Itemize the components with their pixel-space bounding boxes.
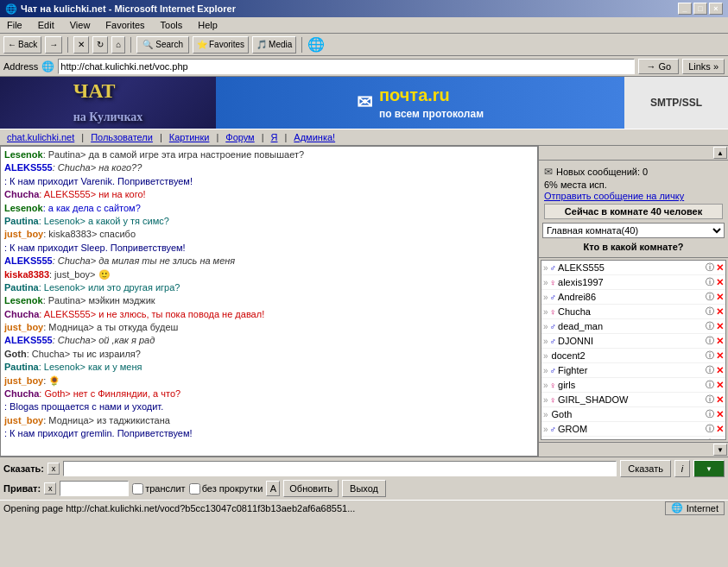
user-name[interactable]: Jigan bbox=[552, 438, 706, 440]
nav-pictures[interactable]: Картинки bbox=[169, 132, 210, 142]
user-gender-icon: ♂ bbox=[550, 425, 557, 434]
say-x-button[interactable]: x bbox=[47, 463, 60, 475]
user-row: » ♂ Fighter ⓘ ✕ bbox=[541, 363, 725, 378]
user-remove-button[interactable]: ✕ bbox=[716, 262, 724, 274]
chat-username: Lesenok bbox=[4, 203, 43, 213]
italic-button[interactable]: i bbox=[674, 460, 690, 477]
user-name[interactable]: dead_man bbox=[558, 321, 706, 331]
say-button[interactable]: Сказать bbox=[620, 460, 671, 477]
home-button[interactable]: ⌂ bbox=[111, 36, 125, 54]
user-name[interactable]: ALEKS555 bbox=[558, 262, 706, 273]
nav-forum[interactable]: Форум bbox=[225, 132, 254, 142]
no-scroll-checkbox[interactable] bbox=[189, 483, 200, 495]
chat-username: kiska8383 bbox=[4, 269, 49, 280]
user-name[interactable]: DJONNI bbox=[558, 336, 706, 346]
menu-help[interactable]: Help bbox=[194, 19, 221, 31]
chat-message: Goth: Chucha> ты ис израиля? bbox=[4, 348, 534, 361]
chat-input[interactable] bbox=[63, 461, 617, 476]
maximize-button[interactable]: □ bbox=[693, 3, 707, 15]
status-text: Opening page http://chat.kulichki.net/vo… bbox=[3, 503, 665, 513]
search-button[interactable]: 🔍 Search bbox=[136, 36, 189, 54]
exit-button[interactable]: Выход bbox=[342, 480, 386, 497]
user-info-button[interactable]: ⓘ bbox=[706, 364, 714, 376]
chat-message: Chucha: ALEKS555> ни на кого! bbox=[4, 188, 534, 201]
user-remove-button[interactable]: ✕ bbox=[716, 321, 724, 332]
minimize-button[interactable]: _ bbox=[678, 3, 692, 15]
user-info-button[interactable]: ⓘ bbox=[706, 423, 714, 435]
translit-checkbox[interactable] bbox=[132, 483, 143, 495]
user-remove-button[interactable]: ✕ bbox=[716, 350, 724, 362]
user-info-button[interactable]: ⓘ bbox=[706, 291, 714, 303]
user-info-button[interactable]: ⓘ bbox=[706, 335, 714, 347]
sidebar-scroll-down[interactable]: ▼ bbox=[713, 444, 727, 456]
user-remove-button[interactable]: ✕ bbox=[716, 365, 724, 376]
chat-username: Goth bbox=[4, 349, 27, 359]
user-remove-button[interactable]: ✕ bbox=[716, 306, 724, 318]
user-info-button[interactable]: ⓘ bbox=[706, 438, 714, 440]
refresh-chat-button[interactable]: Обновить bbox=[283, 480, 339, 497]
user-name[interactable]: girls bbox=[558, 380, 706, 390]
user-info-button[interactable]: ⓘ bbox=[706, 408, 714, 420]
user-remove-button[interactable]: ✕ bbox=[716, 424, 724, 435]
close-button[interactable]: × bbox=[709, 3, 723, 15]
user-info-button[interactable]: ⓘ bbox=[706, 394, 714, 406]
menu-tools[interactable]: Tools bbox=[157, 19, 187, 31]
user-remove-button[interactable]: ✕ bbox=[716, 438, 724, 441]
chat-area[interactable]: Lesenok: Pautina> да в самой игре эта иг… bbox=[0, 146, 538, 457]
chat-message: kiska8383: just_boy> 🙂 bbox=[4, 268, 534, 281]
user-name[interactable]: Chucha bbox=[558, 306, 706, 317]
user-info-button[interactable]: ⓘ bbox=[706, 379, 714, 391]
user-name[interactable]: docent2 bbox=[552, 350, 706, 361]
chat-text: : Lesenok> а какой у тя симс? bbox=[39, 216, 169, 226]
menu-edit[interactable]: Edit bbox=[35, 19, 58, 31]
user-name[interactable]: alexis1997 bbox=[558, 277, 706, 287]
search-icon: 🔍 bbox=[142, 40, 153, 49]
chat-message: Pautina: Lesenok> а какой у тя симс? bbox=[4, 215, 534, 228]
user-info-button[interactable]: ⓘ bbox=[706, 350, 714, 362]
address-input[interactable] bbox=[58, 59, 635, 74]
privat-x-button[interactable]: x bbox=[44, 482, 56, 495]
user-name[interactable]: GIRL_SHADOW bbox=[558, 394, 706, 405]
banner-area: ЧАТна Куличках ✉ почта.ruпо всем протоко… bbox=[0, 77, 728, 129]
user-remove-button[interactable]: ✕ bbox=[716, 336, 724, 347]
menu-view[interactable]: View bbox=[66, 19, 94, 31]
user-name[interactable]: Fighter bbox=[558, 365, 706, 375]
user-name[interactable]: Andrei86 bbox=[558, 292, 706, 302]
user-info-button[interactable]: ⓘ bbox=[706, 276, 714, 288]
user-info-button[interactable]: ⓘ bbox=[706, 261, 714, 274]
room-select[interactable]: Главная комната(40) bbox=[542, 223, 725, 238]
forward-button[interactable]: → bbox=[45, 36, 62, 54]
user-info-button[interactable]: ⓘ bbox=[706, 320, 714, 332]
nav-users[interactable]: Пользователи bbox=[91, 132, 153, 142]
user-name[interactable]: Goth bbox=[552, 409, 706, 419]
nav-site[interactable]: chat.kulichki.net bbox=[7, 132, 74, 142]
a-button[interactable]: А bbox=[266, 481, 280, 496]
privat-input[interactable] bbox=[60, 481, 129, 496]
chat-text: : К нам приходит gremlin. Поприветствуем… bbox=[4, 428, 193, 438]
nav-admin[interactable]: Админка! bbox=[294, 132, 335, 142]
banner-mail[interactable]: ✉ почта.ruпо всем протоколам bbox=[216, 77, 624, 129]
globe-status-icon: 🌐 bbox=[671, 502, 683, 513]
links-button[interactable]: Links » bbox=[682, 59, 725, 74]
go-button[interactable]: → Go bbox=[638, 59, 679, 74]
refresh-button[interactable]: ↻ bbox=[92, 36, 108, 54]
color-picker-button[interactable]: ▼ bbox=[693, 460, 725, 477]
user-remove-button[interactable]: ✕ bbox=[716, 394, 724, 406]
nav-i[interactable]: Я bbox=[271, 132, 278, 142]
user-remove-button[interactable]: ✕ bbox=[716, 292, 724, 303]
stop-button[interactable]: ✕ bbox=[73, 36, 89, 54]
media-button[interactable]: 🎵 Media bbox=[252, 36, 296, 54]
user-info-button[interactable]: ⓘ bbox=[706, 306, 714, 318]
menu-file[interactable]: File bbox=[3, 19, 26, 31]
favorites-button[interactable]: ⭐ Favorites bbox=[193, 36, 249, 54]
back-button[interactable]: ← Back bbox=[3, 36, 41, 54]
user-remove-button[interactable]: ✕ bbox=[716, 380, 724, 391]
chat-text: : Модница> из таджикистана bbox=[43, 415, 170, 425]
user-remove-button[interactable]: ✕ bbox=[716, 409, 724, 420]
user-remove-button[interactable]: ✕ bbox=[716, 277, 724, 288]
sidebar-scroll-up[interactable]: ▲ bbox=[713, 147, 727, 159]
menu-favorites[interactable]: Favorites bbox=[102, 19, 148, 31]
user-name[interactable]: GROM bbox=[558, 424, 706, 434]
chat-text: : Lesenok> как и у меня bbox=[39, 362, 142, 372]
bottom-area: Сказать: x Сказать i ▼ Приват: x трансли… bbox=[0, 457, 728, 500]
